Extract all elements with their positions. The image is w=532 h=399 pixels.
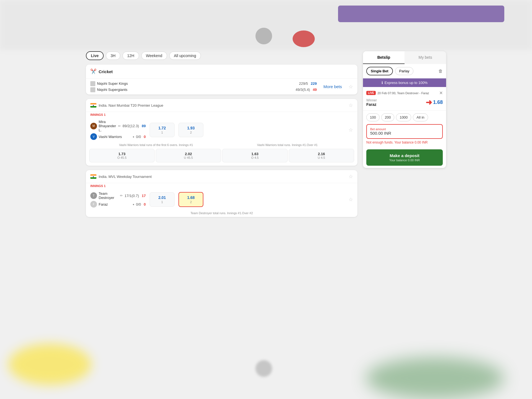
league2-favorite-btn[interactable]: ☆ [349, 173, 353, 180]
info-icon: ℹ [382, 81, 383, 85]
league1-ou-4[interactable]: 2.16 U 4.5 [289, 149, 354, 162]
tab-12h[interactable]: 12H [122, 52, 139, 60]
league1-sub-label2: Vashi Warriors total runs. Innings #1.Ov… [222, 143, 353, 147]
league1-sub-label1: Vashi Warriors total runs of the first 6… [90, 143, 222, 147]
league2-team2-val: 0 [144, 202, 146, 206]
bet-selection: Faraz [366, 102, 377, 107]
india-flag-1 [90, 103, 96, 108]
close-bet-btn[interactable]: ✕ [439, 90, 443, 96]
deposit-btn-label: Make a deposit [390, 153, 420, 158]
league2-team2-score: 0/0 [136, 202, 141, 206]
trash-icon[interactable]: 🗑 [438, 69, 443, 74]
league2-team1-logo: T [90, 192, 97, 199]
deposit-sub-label: Your balance 0.00 INR [370, 158, 439, 162]
league2-odds-1[interactable]: 2.01 1 [150, 192, 175, 207]
tab-all-upcoming[interactable]: All upcoming [169, 52, 201, 60]
cricket-card: ✂️ Cricket Niqohi Super Kings 229/5 229 … [86, 65, 357, 94]
league1-ou-3-val: 1.63 [251, 152, 258, 156]
league1-odds-2[interactable]: 1.93 2 [178, 123, 203, 137]
niqohi-teams: Niqohi Super Kings 229/5 229 Niqohi Supe… [90, 81, 317, 92]
tab-mybets[interactable]: My bets [405, 51, 446, 64]
all-in-btn[interactable]: All in [413, 113, 428, 121]
bet-amount-field[interactable]: Bet amount 500.00 INR [366, 124, 443, 139]
live-badge: LIVE [366, 91, 376, 95]
niqohi-team2-row: Niqohi Supergiants 49/3(5.4) 49 [90, 87, 317, 92]
league2-odds-2-value: 1.68 [187, 195, 195, 200]
team2-score-label: 49/3(5.4) [296, 88, 310, 92]
league1-team2-score: 0/0 [136, 135, 141, 139]
tab-live[interactable]: Live [86, 51, 104, 60]
league2-match-body: T Team Destroyer ✏ 17/1(0.7) 17 F Faraz … [86, 189, 357, 210]
deposit-btn[interactable]: Make a deposit Your balance 0.00 INR [366, 149, 443, 166]
league1-team2-name: Vashi Warriors [99, 135, 131, 139]
tab-weekend[interactable]: Weekend [141, 52, 167, 60]
bet-odd-value: 1.68 [433, 99, 443, 105]
odds-display: ➜ 1.68 [426, 98, 443, 107]
league1-odds-2-value: 1.93 [187, 126, 195, 130]
league1-odds-1-value: 1.72 [158, 126, 166, 130]
league1-match-favorite[interactable]: ☆ [349, 127, 353, 133]
league1-card: India. Navi Mumbai T20 Premier League ☆ … [86, 99, 357, 166]
league1-team1-logo: M [90, 123, 97, 129]
league2-sub-label: Team Destroyer total runs. Innings #1.Ov… [90, 211, 353, 215]
cricket-favorite-btn[interactable]: ☆ [349, 84, 353, 90]
league2-odds-2[interactable]: 1.68 2 [178, 192, 203, 207]
amount-1000[interactable]: 1000 [396, 113, 411, 121]
league2-match-favorite[interactable]: ☆ [349, 196, 353, 203]
league1-ou-1-val: 1.73 [118, 152, 125, 156]
tab-3h[interactable]: 3H [106, 52, 120, 60]
league1-team-info: M Mira Bhayander L. ✏ 89/2(12.3) 89 V Va… [90, 120, 146, 140]
bet-entry: LIVE 20 Feb 07:00, Team Destrover - Fara… [363, 87, 446, 111]
bet-amount-value: 500.00 INR [370, 131, 439, 135]
express-bonus-text: Express bonus up to 100% [385, 81, 428, 85]
league1-sub-labels: Vashi Warriors total runs of the first 6… [86, 142, 357, 149]
league2-name: India. MVL Weekday Tournament [99, 175, 152, 179]
team1-score-label: 229/5 [299, 81, 308, 86]
bet-selection-info: Winner Faraz [366, 98, 377, 107]
more-bets-area: More bets [319, 80, 346, 93]
niqohi-team2-name: Niqohi Supergiants [97, 88, 294, 92]
league2-team1-score: 17/1(0.7) [124, 194, 139, 198]
league1-favorite-btn[interactable]: ☆ [349, 102, 353, 108]
league2-team2-row: F Faraz ● 0/0 0 [90, 201, 146, 208]
amount-200[interactable]: 200 [381, 113, 395, 121]
league2-card: India. MVL Weekday Tournament ☆ INNINGS … [86, 170, 357, 217]
league2-odds-1-value: 2.01 [158, 195, 166, 200]
league1-ou-4-val: 2.16 [318, 152, 325, 156]
amount-100[interactable]: 100 [366, 113, 380, 121]
league2-innings: INNINGS 1 [86, 183, 357, 189]
league2-team1-row: T Team Destroyer ✏ 17/1(0.7) 17 [90, 191, 146, 200]
parlay-btn[interactable]: Parlay [395, 67, 414, 75]
league2-odds-2-label: 2 [190, 200, 192, 204]
league1-team1-row: M Mira Bhayander L. ✏ 89/2(12.3) 89 [90, 120, 146, 132]
left-panel: Live 3H 12H Weekend All upcoming ✂️ Cric… [86, 51, 357, 221]
single-bet-btn[interactable]: Single Bet [366, 67, 393, 75]
league1-ou-3-sub: O 4.5 [251, 156, 259, 159]
league2-team1-val: 17 [142, 194, 146, 198]
league1-ou-1[interactable]: 1.73 O 45.5 [89, 149, 155, 162]
cricket-icon: ✂️ [90, 68, 96, 75]
tab-betslip[interactable]: Betslip [363, 51, 405, 64]
league1-match-body: M Mira Bhayander L. ✏ 89/2(12.3) 89 V Va… [86, 117, 357, 142]
quick-amounts: 100 200 1000 All in [363, 111, 446, 124]
more-bets-btn[interactable]: More bets [323, 84, 342, 89]
winner-label: Winner [366, 98, 377, 102]
league2-odds-area: 2.01 1 1.68 2 [149, 191, 346, 208]
league1-odds-1[interactable]: 1.72 1 [150, 123, 175, 137]
edit-icon-2: ✏ [120, 194, 123, 198]
team2-icon [90, 87, 95, 92]
league1-ou-2-val: 2.02 [185, 152, 192, 156]
bottom-yellow-blob [8, 344, 91, 385]
bet-detail: Winner Faraz ➜ 1.68 [366, 98, 443, 107]
right-panel: Betslip My bets Single Bet Parlay 🗑 ℹ Ex… [363, 51, 446, 221]
league1-team2-logo: V [90, 133, 97, 140]
league1-ou-3[interactable]: 1.63 O 4.5 [222, 149, 288, 162]
league1-ou-1-sub: O 45.5 [117, 156, 126, 159]
league1-ou-2[interactable]: 2.02 U 45.5 [156, 149, 221, 162]
niqohi-team1-name: Niqohi Super Kings [97, 81, 297, 86]
niqohi-team1-row: Niqohi Super Kings 229/5 229 [90, 81, 317, 86]
team1-icon [90, 81, 95, 86]
edit-icon-1: ✏ [118, 124, 121, 128]
league1-odds-1-label: 1 [161, 131, 163, 134]
team2-score: 49 [313, 88, 317, 92]
